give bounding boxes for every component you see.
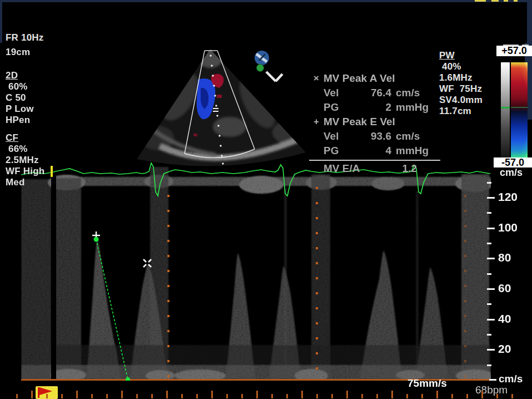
color-flow-panel: CF 66% 2.5MHz WF High Med xyxy=(6,132,44,188)
timeline-tick xyxy=(76,391,78,398)
mv-peak-e-title: MV Peak E Vel xyxy=(324,116,440,128)
b-mode-title: 2D xyxy=(6,70,34,81)
e-vel-label: Vel xyxy=(324,130,355,142)
timeline-tick xyxy=(151,394,153,398)
axis-tick-label: 120 xyxy=(498,190,518,204)
grayscale-bar-marker xyxy=(501,107,510,109)
timeline-tick xyxy=(496,394,498,398)
timeline-tick xyxy=(481,391,483,398)
timeline-tick xyxy=(166,391,168,398)
timeline-tick xyxy=(61,394,63,398)
pw-panel: PW 40% 1.6MHz WF 75Hz SV4.0mm 11.7cm xyxy=(439,50,483,117)
timeline-tick xyxy=(421,394,423,398)
timeline-tick xyxy=(241,394,243,398)
mv-ea-label: MV E/A xyxy=(309,162,376,175)
timeline-tick xyxy=(451,394,453,398)
b-mode-power: P Low xyxy=(6,104,34,115)
grayscale-bar xyxy=(501,62,510,157)
e-pg-value: 4 xyxy=(355,145,391,157)
timeline-tick xyxy=(466,394,468,398)
e-vel-value: 93.6 xyxy=(355,130,391,142)
axis-minor-tick xyxy=(487,273,491,275)
axis-tick-label: 80 xyxy=(498,251,511,264)
mv-peak-e-title-row: + MV Peak E Vel xyxy=(309,115,440,129)
depth-readout: 19cm xyxy=(6,47,30,58)
e-pg-unit: mmHg xyxy=(391,145,440,157)
pw-sample-volume: SV4.0mm xyxy=(439,95,483,106)
axis-minor-tick xyxy=(487,334,491,336)
cf-title: CF xyxy=(6,132,44,144)
colorbar-unit: cm/s xyxy=(500,167,523,179)
mv-ea-value: 1.2 xyxy=(376,162,440,175)
velocity-scale-max: +57.0 xyxy=(496,46,532,56)
pw-title: PW xyxy=(439,50,483,61)
timeline-tick xyxy=(376,394,378,398)
mv-peak-a-title-row: × MV Peak A Vel xyxy=(309,71,440,86)
timeline-tick xyxy=(91,394,93,398)
axis-major-tick xyxy=(487,288,495,290)
axis-tick-label: 100 xyxy=(498,221,518,234)
spectral-envelopes xyxy=(21,167,491,381)
probe-orientation-icon xyxy=(255,51,282,81)
axis-major-tick xyxy=(487,228,495,229)
frame-rate-readout: FR 10Hz xyxy=(6,32,43,43)
b-mode-map: HPen xyxy=(6,115,34,126)
e-vel-row: Vel 93.6 cm/s xyxy=(309,129,440,144)
ultrasound-screen: FR 10Hz 19cm 2D 60% C 50 P Low HPen CF 6… xyxy=(0,0,532,399)
e-wave-marker-glyph: + xyxy=(309,116,324,127)
cf-gain: 66% xyxy=(6,144,44,155)
timeline-tick xyxy=(316,394,318,398)
pw-wall-filter: WF 75Hz xyxy=(439,83,483,95)
clipped-header-text xyxy=(475,0,486,2)
mv-ea-ratio-row: MV E/A 1.2 xyxy=(309,160,440,176)
b-mode-panel: 2D 60% C 50 P Low HPen xyxy=(6,70,34,126)
a-vel-row: Vel 76.4 cm/s xyxy=(309,86,440,100)
timeline-tick xyxy=(346,391,348,398)
timeline-tick xyxy=(406,394,408,398)
timeline-tick xyxy=(181,394,183,398)
axis-tick-label: 60 xyxy=(498,282,511,295)
a-vel-value: 76.4 xyxy=(355,87,391,99)
timeline-tick xyxy=(196,394,198,398)
axis-major-tick xyxy=(487,349,495,351)
timeline-tick xyxy=(286,394,288,398)
timeline-tick xyxy=(391,391,393,398)
axis-major-tick xyxy=(487,197,495,199)
timeline-tick xyxy=(256,391,258,398)
a-pg-label: PG xyxy=(324,101,355,114)
timeline-tick xyxy=(301,391,303,398)
axis-minor-tick xyxy=(487,303,491,305)
axis-unit-label: cm/s xyxy=(499,373,523,385)
a-vel-label: Vel xyxy=(324,87,355,99)
a-vel-unit: cm/s xyxy=(391,87,440,99)
color-bar-baseline-marker xyxy=(511,107,528,108)
axis-tick-label: 20 xyxy=(498,342,511,356)
timeline-tick xyxy=(271,394,273,398)
axis-minor-tick xyxy=(487,364,491,366)
heart-rate-readout: 68bpm xyxy=(475,384,508,396)
color-velocity-bar xyxy=(511,62,528,157)
velocity-scale-min: -57.0 xyxy=(494,157,532,168)
a-pg-value: 2 xyxy=(355,101,391,114)
timeline-tick xyxy=(121,391,123,398)
timeline-tick xyxy=(226,394,228,398)
sweep-marker xyxy=(51,166,53,177)
sample-gate-icon xyxy=(213,108,218,109)
a-wave-marker-glyph: × xyxy=(309,73,324,84)
timeline-tick xyxy=(136,394,138,398)
timeline-tick xyxy=(436,391,438,398)
pw-gain: 40% xyxy=(439,61,483,72)
e-pg-label: PG xyxy=(324,145,355,157)
cf-frequency: 2.5MHz xyxy=(6,155,44,166)
timeline-tick xyxy=(361,394,363,398)
pw-frequency: 1.6MHz xyxy=(439,72,483,83)
a-pg-row: PG 2 mmHg xyxy=(309,100,440,115)
e-pg-row: PG 4 mmHg xyxy=(309,144,440,158)
axis-minor-tick xyxy=(487,182,491,184)
measurement-panel: × MV Peak A Vel Vel 76.4 cm/s PG 2 mmHg … xyxy=(309,71,440,176)
spectral-doppler-display xyxy=(21,160,491,381)
a-pg-unit: mmHg xyxy=(391,101,440,114)
timeline-tick xyxy=(31,391,33,398)
b-mode-gain: 60% xyxy=(6,81,34,92)
axis-minor-tick xyxy=(487,212,491,214)
